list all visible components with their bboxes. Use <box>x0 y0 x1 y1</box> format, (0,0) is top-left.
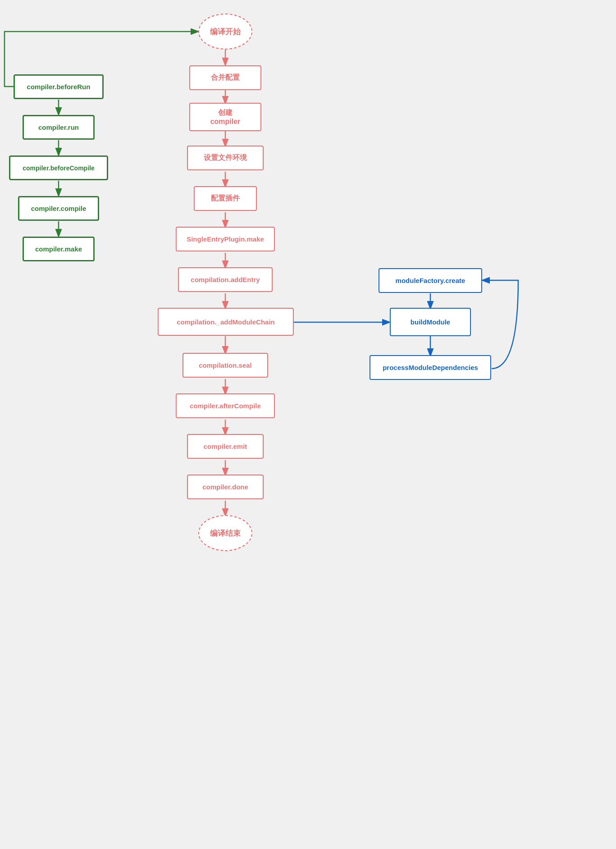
node-merge-config: 合并配置 <box>189 65 261 90</box>
node-build-module: buildModule <box>390 308 471 336</box>
node-make: compiler.make <box>23 237 95 261</box>
node-single-entry: SingleEntryPlugin.make <box>176 227 275 251</box>
node-after-compile: compiler.afterCompile <box>176 393 275 418</box>
node-run: compiler.run <box>23 115 95 140</box>
node-create-compiler: 创建 compiler <box>189 103 261 131</box>
diagram-container: 编译开始 合并配置 创建 compiler 设置文件环境 配置插件 Single… <box>0 0 616 849</box>
node-add-module-chain: compilation._addModuleChain <box>158 308 294 336</box>
node-add-entry: compilation.addEntry <box>178 267 273 292</box>
node-module-factory: moduleFactory.create <box>379 268 482 293</box>
node-end: 编译结束 <box>198 515 252 551</box>
node-config-plugin: 配置插件 <box>194 186 257 211</box>
node-before-run: compiler.beforeRun <box>14 74 104 99</box>
node-seal: compilation.seal <box>183 353 268 378</box>
node-start: 编译开始 <box>198 14 252 50</box>
node-done: compiler.done <box>187 475 264 499</box>
node-set-file-env: 设置文件环境 <box>187 146 264 170</box>
node-emit: compiler.emit <box>187 434 264 459</box>
node-process-deps: processModuleDependencies <box>370 355 491 380</box>
node-compile: compiler.compile <box>18 196 99 221</box>
node-before-compile: compiler.beforeCompile <box>9 155 108 180</box>
